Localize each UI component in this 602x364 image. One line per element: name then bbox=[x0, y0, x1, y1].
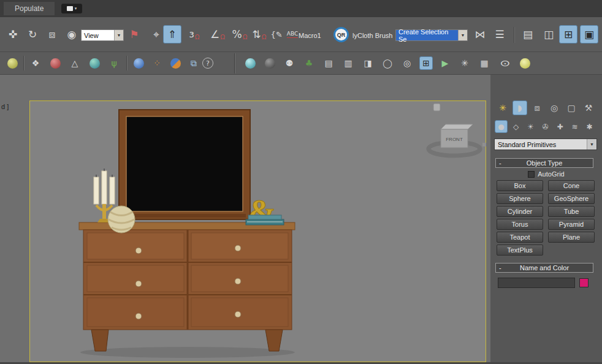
viewcube-front-label[interactable]: FRONT bbox=[446, 137, 463, 142]
red-sphere-icon[interactable] bbox=[48, 56, 63, 70]
box-button[interactable]: Box bbox=[497, 180, 543, 191]
utilities-tab[interactable]: ⚒ bbox=[581, 100, 596, 115]
select-manipulate-icon[interactable]: ⚑ bbox=[125, 25, 143, 44]
sphere-button[interactable]: Sphere bbox=[497, 193, 543, 204]
object-name-input[interactable] bbox=[498, 278, 575, 288]
workspace-switcher[interactable]: ▾ bbox=[61, 4, 82, 13]
drawer-knob bbox=[135, 248, 142, 254]
trees-icon[interactable]: ♣ bbox=[302, 56, 316, 70]
macro-label[interactable]: Macro1 bbox=[299, 32, 321, 39]
populate-menu[interactable]: Populate bbox=[4, 2, 55, 15]
named-selection-set-dropdown[interactable]: Create Selection Se ▼ bbox=[395, 29, 468, 41]
collapse-icon[interactable]: - bbox=[499, 264, 501, 271]
list-view-icon[interactable]: ▤ bbox=[321, 56, 336, 70]
select-scale-icon[interactable]: ⧈ bbox=[43, 25, 61, 44]
tube-button[interactable]: Tube bbox=[548, 206, 595, 217]
select-placement-icon[interactable]: ◉ bbox=[63, 25, 81, 44]
reference-coordinate-dropdown[interactable]: View ▼ bbox=[81, 29, 124, 41]
systems-category-icon[interactable]: ✱ bbox=[583, 120, 596, 133]
books-object[interactable] bbox=[246, 215, 284, 225]
biped-icon[interactable]: ⚉ bbox=[282, 56, 297, 70]
scene-canvas[interactable]: & FRONT bbox=[30, 101, 487, 363]
spinner-snap-icon[interactable]: ⇅ Ω bbox=[249, 25, 270, 44]
chevron-down-icon[interactable]: ▼ bbox=[458, 30, 467, 40]
viewcube[interactable]: FRONT bbox=[429, 104, 486, 156]
scene-explorer-icon[interactable]: ◫ bbox=[539, 25, 558, 44]
angle-icon: ∠ bbox=[210, 28, 219, 40]
pyramid-icon[interactable]: △ bbox=[67, 56, 82, 70]
yellow-sphere-icon[interactable] bbox=[5, 56, 20, 70]
modify-tab[interactable]: ◗ bbox=[512, 100, 527, 115]
curve-editor-icon[interactable]: ⊞ bbox=[559, 25, 577, 44]
eye-icon[interactable]: ⊙ bbox=[494, 56, 516, 70]
light-bulb-icon[interactable] bbox=[517, 56, 532, 70]
torus-icon[interactable]: ◯ bbox=[380, 56, 395, 70]
target-sphere-icon[interactable]: ◎ bbox=[400, 56, 414, 70]
box-arrows-icon[interactable]: ⊞ bbox=[419, 56, 433, 70]
cone-button[interactable]: Cone bbox=[548, 180, 595, 191]
dual-sphere-icon[interactable] bbox=[168, 56, 183, 70]
align-icon[interactable]: ☰ bbox=[490, 25, 509, 44]
primitives-dropdown[interactable]: Standard Primitives ▼ bbox=[494, 138, 597, 150]
chevron-down-icon[interactable]: ▼ bbox=[114, 30, 123, 40]
dark-sphere-icon[interactable] bbox=[262, 56, 277, 70]
object-type-rollout-header[interactable]: - Object Type bbox=[495, 158, 593, 168]
mirror-icon[interactable]: ⋈ bbox=[471, 25, 489, 44]
percent-snap-icon[interactable]: % Ω bbox=[229, 25, 250, 44]
display-tab[interactable]: ▢ bbox=[564, 100, 579, 115]
geosphere-button[interactable]: GeoSphere bbox=[548, 193, 595, 204]
qr-button[interactable]: QR bbox=[333, 27, 349, 42]
select-move-icon[interactable]: ✜ bbox=[4, 25, 22, 44]
viewcube-gear-icon[interactable] bbox=[482, 143, 486, 146]
play-box-icon[interactable]: ▶ bbox=[438, 56, 452, 70]
layer-explorer-icon[interactable]: ▤ bbox=[519, 25, 537, 44]
edit-named-selection-icon[interactable]: {✎ bbox=[270, 25, 283, 44]
mirror-object[interactable] bbox=[119, 110, 250, 219]
polycloth-label[interactable]: lyCloth Brush bbox=[352, 32, 392, 39]
shapes-category-icon[interactable]: ◇ bbox=[509, 120, 522, 133]
dresser-object[interactable] bbox=[79, 222, 295, 351]
name-color-rollout-header[interactable]: - Name and Color bbox=[495, 263, 593, 273]
lights-category-icon[interactable]: ☀ bbox=[524, 120, 537, 133]
door-icon[interactable]: ◨ bbox=[360, 56, 375, 70]
teapot-button[interactable]: Teapot bbox=[497, 232, 543, 243]
chevron-down-icon[interactable]: ▼ bbox=[587, 139, 596, 150]
blue-sphere-icon[interactable] bbox=[131, 56, 146, 70]
titlebar: Populate ▾ bbox=[0, 0, 602, 17]
pyramid-button[interactable]: Pyramid bbox=[548, 219, 595, 230]
geometry-category-icon[interactable]: ● bbox=[495, 120, 508, 133]
bars-icon[interactable]: ▥ bbox=[341, 56, 356, 70]
copy-documents-icon[interactable]: ⧉ bbox=[186, 56, 201, 70]
globe-icon[interactable] bbox=[87, 56, 102, 70]
viewcube-home-icon[interactable] bbox=[433, 104, 440, 111]
help-icon[interactable]: ? bbox=[202, 58, 213, 69]
particle-grid-icon[interactable]: ❖ bbox=[28, 56, 43, 70]
cylinder-button[interactable]: Cylinder bbox=[497, 206, 543, 217]
collapse-icon[interactable]: - bbox=[499, 159, 501, 167]
particle-cluster-icon[interactable]: ⁘ bbox=[150, 56, 164, 70]
plane-button[interactable]: Plane bbox=[548, 232, 595, 243]
object-color-swatch[interactable] bbox=[579, 278, 589, 287]
torus-button[interactable]: Torus bbox=[497, 219, 543, 230]
light-bulb-teal-icon[interactable] bbox=[243, 56, 257, 70]
spacewarps-category-icon[interactable]: ≋ bbox=[568, 120, 581, 133]
angle-snap-icon[interactable]: ∠ Ω bbox=[207, 25, 228, 44]
textplus-button[interactable]: TextPlus bbox=[497, 245, 543, 256]
front-viewport[interactable]: & FRONT bbox=[29, 100, 486, 362]
sphere-ornament-object[interactable] bbox=[108, 206, 135, 233]
table-icon[interactable]: ▦ bbox=[477, 56, 492, 70]
select-rotate-icon[interactable]: ↻ bbox=[23, 25, 42, 44]
rollout-title: Object Type bbox=[527, 159, 563, 167]
create-tab[interactable]: ✳ bbox=[495, 100, 510, 115]
percent-icon: % bbox=[232, 28, 242, 40]
motion-tab[interactable]: ◎ bbox=[547, 100, 562, 115]
material-editor-icon[interactable]: ▣ bbox=[580, 25, 598, 44]
autogrid-checkbox[interactable] bbox=[528, 171, 535, 178]
foliage-icon[interactable]: ψ bbox=[107, 56, 121, 70]
snaps-toggle-3d-icon[interactable]: 3 Ω bbox=[184, 25, 205, 44]
cameras-category-icon[interactable]: ✇ bbox=[539, 120, 552, 133]
hierarchy-tab[interactable]: ⧈ bbox=[530, 100, 544, 115]
helpers-category-icon[interactable]: ✚ bbox=[554, 120, 566, 133]
flower-gear-icon[interactable]: ✳ bbox=[457, 56, 472, 70]
snap-toggle-icon[interactable]: ⇑ bbox=[163, 25, 181, 44]
